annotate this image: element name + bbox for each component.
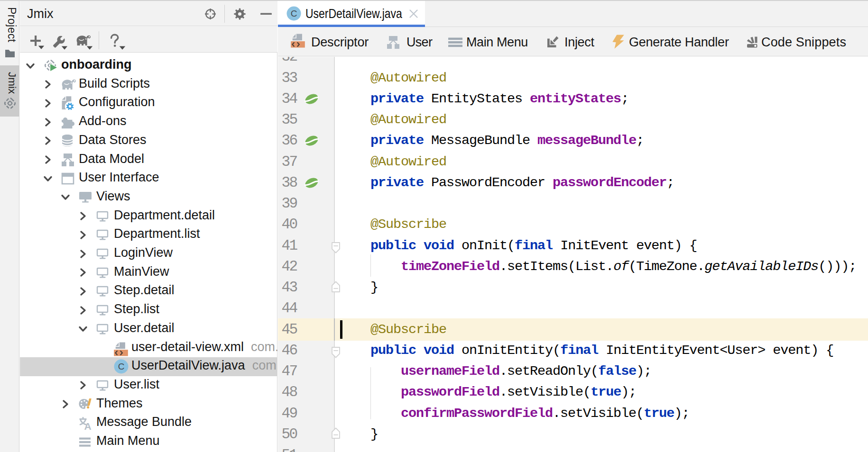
svg-text:C: C	[118, 362, 125, 371]
svg-text:C: C	[291, 9, 297, 18]
svg-text:A: A	[84, 420, 92, 430]
